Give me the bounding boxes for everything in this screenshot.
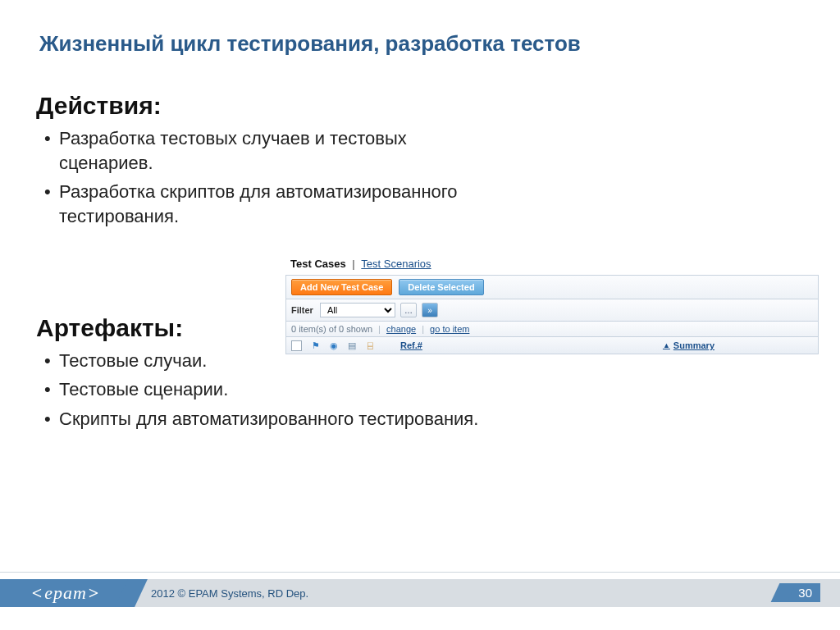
- database-icon: ⌸: [364, 340, 376, 351]
- footer-divider: [0, 572, 840, 573]
- footer: epam 2012 © EPAM Systems, RD Dep.: [0, 579, 840, 607]
- list-item: Тестовые сценарии.: [36, 377, 495, 402]
- change-link[interactable]: change: [386, 324, 416, 334]
- select-all-checkbox[interactable]: [291, 340, 302, 351]
- status-count: 0 item(s) of 0 shown: [291, 324, 372, 334]
- delete-selected-button[interactable]: Delete Selected: [399, 279, 483, 295]
- tab-test-cases[interactable]: Test Cases: [290, 258, 346, 270]
- page-icon: ▤: [346, 340, 358, 351]
- toolbar: Add New Test Case Delete Selected: [285, 275, 819, 299]
- filter-label: Filter: [291, 305, 313, 315]
- tabs-row: Test Cases | Test Scenarios: [285, 256, 819, 275]
- status-row: 0 item(s) of 0 shown | change | go to it…: [285, 322, 819, 337]
- circle-icon: ◉: [328, 340, 340, 351]
- list-item: Разработка тестовых случаев и тестовых с…: [36, 126, 495, 175]
- footer-bar: 2012 © EPAM Systems, RD Dep.: [131, 579, 840, 607]
- copyright: 2012 © EPAM Systems, RD Dep.: [151, 587, 308, 600]
- column-ref[interactable]: Ref.#: [400, 340, 422, 350]
- add-new-test-case-button[interactable]: Add New Test Case: [291, 279, 392, 295]
- sort-asc-icon: ▲: [663, 341, 670, 349]
- page-number: 30: [783, 583, 820, 602]
- flag-icon: ⚑: [310, 340, 322, 351]
- actions-heading: Действия:: [36, 92, 495, 120]
- column-summary[interactable]: ▲ Summary: [663, 340, 714, 350]
- list-item: Разработка скриптов для автоматизированн…: [36, 180, 495, 228]
- filter-more-button[interactable]: …: [400, 303, 417, 317]
- tab-separator: |: [352, 258, 354, 270]
- tab-test-scenarios[interactable]: Test Scenarios: [361, 258, 431, 270]
- artifacts-list: Тестовые случаи. Тестовые сценарии. Скри…: [36, 349, 495, 431]
- test-management-panel: Test Cases | Test Scenarios Add New Test…: [285, 256, 819, 354]
- filter-row: Filter All … »: [285, 299, 819, 322]
- table-header: ⚑ ◉ ▤ ⌸ Ref.# ▲ Summary: [285, 337, 819, 354]
- filter-go-button[interactable]: »: [422, 303, 438, 317]
- filter-select[interactable]: All: [320, 303, 395, 317]
- list-item: Скрипты для автоматизированного тестиров…: [36, 407, 495, 431]
- epam-logo: epam: [0, 579, 131, 607]
- column-icons: ⚑ ◉ ▤ ⌸: [310, 340, 376, 351]
- slide: Жизненный цикл тестирования, разработка …: [0, 0, 840, 630]
- actions-list: Разработка тестовых случаев и тестовых с…: [36, 126, 495, 229]
- go-to-item-link[interactable]: go to item: [430, 324, 469, 334]
- slide-title: Жизненный цикл тестирования, разработка …: [39, 31, 807, 57]
